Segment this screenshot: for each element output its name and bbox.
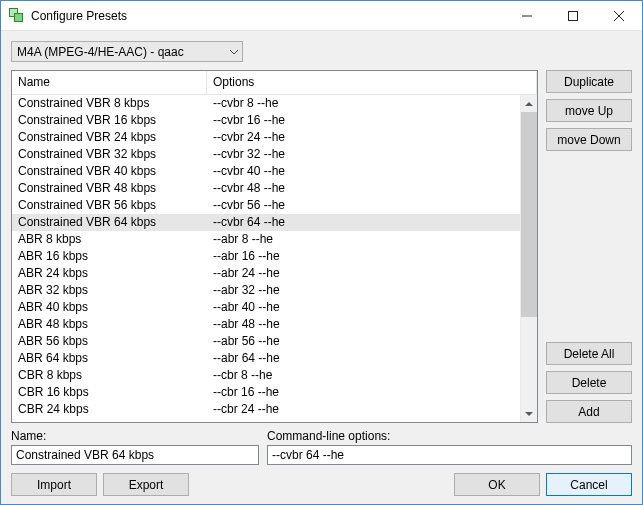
chevron-down-icon [525, 411, 533, 417]
table-row[interactable]: ABR 24 kbps--abr 24 --he [12, 265, 520, 282]
list-body-wrap: Constrained VBR 8 kbps--cvbr 8 --heConst… [12, 95, 537, 422]
list-body[interactable]: Constrained VBR 8 kbps--cvbr 8 --heConst… [12, 95, 520, 422]
row-name: Constrained VBR 8 kbps [12, 95, 207, 112]
table-row[interactable]: CBR 24 kbps--cbr 24 --he [12, 401, 520, 418]
ok-button[interactable]: OK [454, 473, 540, 496]
column-header-name[interactable]: Name [12, 71, 207, 94]
row-options: --abr 40 --he [207, 299, 520, 316]
row-name: Constrained VBR 16 kbps [12, 112, 207, 129]
name-input[interactable] [11, 445, 259, 465]
row-options: --cvbr 40 --he [207, 163, 520, 180]
export-button[interactable]: Export [103, 473, 189, 496]
table-row[interactable]: Constrained VBR 48 kbps--cvbr 48 --he [12, 180, 520, 197]
top-row: M4A (MPEG-4/HE-AAC) - qaac [11, 41, 632, 62]
table-row[interactable]: Constrained VBR 24 kbps--cvbr 24 --he [12, 129, 520, 146]
row-name: Constrained VBR 48 kbps [12, 180, 207, 197]
row-name: Constrained VBR 24 kbps [12, 129, 207, 146]
svg-rect-1 [569, 11, 578, 20]
scrollbar-track[interactable] [521, 112, 537, 405]
move-down-button[interactable]: move Down [546, 128, 632, 151]
row-options: --abr 16 --he [207, 248, 520, 265]
table-row[interactable]: Constrained VBR 32 kbps--cvbr 32 --he [12, 146, 520, 163]
import-button[interactable]: Import [11, 473, 97, 496]
table-row[interactable]: CBR 16 kbps--cbr 16 --he [12, 384, 520, 401]
row-name: ABR 40 kbps [12, 299, 207, 316]
name-field-group: Name: [11, 429, 259, 465]
table-row[interactable]: ABR 48 kbps--abr 48 --he [12, 316, 520, 333]
cmd-input[interactable] [267, 445, 632, 465]
row-options: --abr 24 --he [207, 265, 520, 282]
delete-all-button[interactable]: Delete All [546, 342, 632, 365]
name-label: Name: [11, 429, 259, 443]
row-name: CBR 16 kbps [12, 384, 207, 401]
row-name: ABR 64 kbps [12, 350, 207, 367]
row-name: Constrained VBR 56 kbps [12, 197, 207, 214]
cmd-field-group: Command-line options: [267, 429, 632, 465]
maximize-icon [568, 11, 578, 21]
row-name: Constrained VBR 40 kbps [12, 163, 207, 180]
close-icon [614, 11, 624, 21]
list-header: Name Options [12, 71, 537, 95]
row-options: --abr 64 --he [207, 350, 520, 367]
app-icon [9, 8, 25, 24]
vertical-scrollbar[interactable] [520, 95, 537, 422]
format-dropdown-value: M4A (MPEG-4/HE-AAC) - qaac [17, 45, 184, 59]
row-options: --cbr 8 --he [207, 367, 520, 384]
move-up-button[interactable]: move Up [546, 99, 632, 122]
add-button[interactable]: Add [546, 400, 632, 423]
table-row[interactable]: ABR 16 kbps--abr 16 --he [12, 248, 520, 265]
table-row[interactable]: Constrained VBR 40 kbps--cvbr 40 --he [12, 163, 520, 180]
row-name: Constrained VBR 32 kbps [12, 146, 207, 163]
row-options: --abr 32 --he [207, 282, 520, 299]
format-dropdown[interactable]: M4A (MPEG-4/HE-AAC) - qaac [11, 41, 243, 62]
table-row[interactable]: Constrained VBR 64 kbps--cvbr 64 --he [12, 214, 520, 231]
row-name: CBR 8 kbps [12, 367, 207, 384]
row-options: --abr 56 --he [207, 333, 520, 350]
chevron-up-icon [525, 101, 533, 107]
table-row[interactable]: ABR 40 kbps--abr 40 --he [12, 299, 520, 316]
titlebar: Configure Presets [1, 1, 642, 31]
cancel-button[interactable]: Cancel [546, 473, 632, 496]
table-row[interactable]: Constrained VBR 16 kbps--cvbr 16 --he [12, 112, 520, 129]
row-options: --cvbr 32 --he [207, 146, 520, 163]
delete-button[interactable]: Delete [546, 371, 632, 394]
row-options: --cbr 24 --he [207, 401, 520, 418]
row-options: --cvbr 8 --he [207, 95, 520, 112]
close-button[interactable] [596, 1, 642, 30]
row-options: --cvbr 64 --he [207, 214, 520, 231]
presets-list: Name Options Constrained VBR 8 kbps--cvb… [11, 70, 538, 423]
window: Configure Presets M4A (MPEG-4/HE-AAC) - … [0, 0, 643, 505]
side-buttons: Duplicate move Up move Down Delete All D… [546, 70, 632, 423]
row-name: ABR 16 kbps [12, 248, 207, 265]
window-controls [504, 1, 642, 30]
table-row[interactable]: ABR 64 kbps--abr 64 --he [12, 350, 520, 367]
row-name: ABR 8 kbps [12, 231, 207, 248]
maximize-button[interactable] [550, 1, 596, 30]
row-name: CBR 24 kbps [12, 401, 207, 418]
table-row[interactable]: ABR 56 kbps--abr 56 --he [12, 333, 520, 350]
row-name: ABR 48 kbps [12, 316, 207, 333]
spacer [195, 473, 448, 496]
row-options: --abr 48 --he [207, 316, 520, 333]
window-title: Configure Presets [31, 9, 504, 23]
column-header-options[interactable]: Options [207, 71, 537, 94]
table-row[interactable]: ABR 8 kbps--abr 8 --he [12, 231, 520, 248]
row-name: Constrained VBR 64 kbps [12, 214, 207, 231]
cmd-label: Command-line options: [267, 429, 632, 443]
table-row[interactable]: Constrained VBR 56 kbps--cvbr 56 --he [12, 197, 520, 214]
scrollbar-thumb[interactable] [521, 112, 537, 317]
row-options: --abr 8 --he [207, 231, 520, 248]
scroll-down-button[interactable] [521, 405, 537, 422]
table-row[interactable]: Constrained VBR 8 kbps--cvbr 8 --he [12, 95, 520, 112]
table-row[interactable]: ABR 32 kbps--abr 32 --he [12, 282, 520, 299]
middle-row: Name Options Constrained VBR 8 kbps--cvb… [11, 70, 632, 423]
duplicate-button[interactable]: Duplicate [546, 70, 632, 93]
minimize-button[interactable] [504, 1, 550, 30]
scroll-up-button[interactable] [521, 95, 537, 112]
row-name: ABR 24 kbps [12, 265, 207, 282]
fields-row: Name: Command-line options: [11, 429, 632, 465]
table-row[interactable]: CBR 8 kbps--cbr 8 --he [12, 367, 520, 384]
minimize-icon [522, 11, 532, 21]
row-name: ABR 32 kbps [12, 282, 207, 299]
row-options: --cvbr 48 --he [207, 180, 520, 197]
